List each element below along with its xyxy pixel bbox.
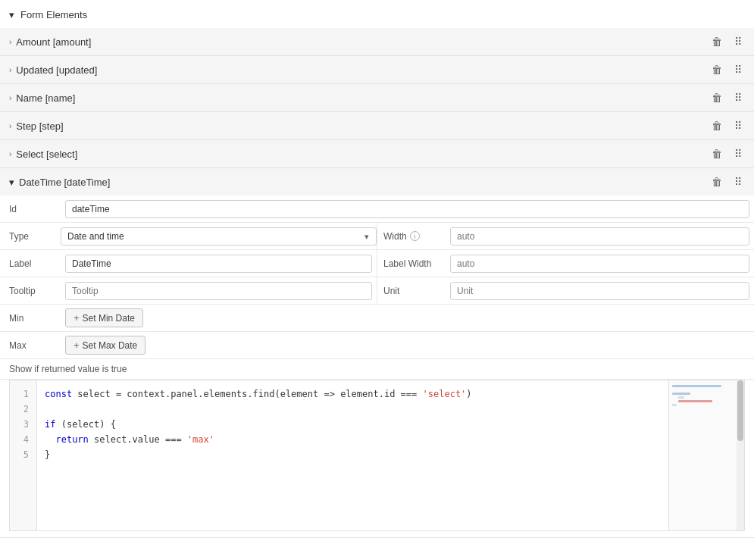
label-width-field — [446, 252, 754, 276]
drag-button[interactable]: ⠿ — [731, 118, 745, 133]
drag-button[interactable]: ⠿ — [731, 146, 745, 161]
collapsed-row-label: Step [step] — [16, 120, 63, 132]
label-label: Label — [0, 254, 61, 274]
set-min-date-button[interactable]: + Set Min Date — [65, 308, 143, 327]
id-field — [61, 197, 754, 221]
collapsed-row-actions: 🗑 ⠿ — [709, 118, 745, 133]
section-title: Form Elements — [20, 9, 87, 20]
delete-button[interactable]: 🗑 — [709, 90, 725, 105]
tooltip-field — [61, 279, 377, 303]
show-if-label: Show if returned value is true — [0, 359, 754, 380]
drag-button[interactable]: ⠿ — [731, 34, 745, 49]
collapsed-row-left: › Select [select] — [9, 149, 77, 160]
collapsed-row-updated[interactable]: › Updated [updated] 🗑 ⠿ — [0, 56, 754, 84]
collapsed-row-actions: 🗑 ⠿ — [709, 34, 745, 49]
label-width-label: Label Width — [377, 254, 446, 274]
code-line-2 — [45, 402, 737, 417]
code-line-5: } — [45, 447, 737, 462]
delete-button[interactable]: 🗑 — [709, 34, 725, 49]
collapsed-row-actions: 🗑 ⠿ — [709, 62, 745, 77]
collapsed-row-step[interactable]: › Step [step] 🗑 ⠿ — [0, 112, 754, 140]
expanded-chevron-icon: ▾ — [9, 177, 14, 188]
delete-datetime-button[interactable]: 🗑 — [709, 174, 725, 189]
drag-button[interactable]: ⠿ — [731, 90, 745, 105]
tooltip-unit-row: Tooltip Unit — [0, 277, 754, 305]
width-input[interactable] — [450, 227, 749, 246]
chevron-right-icon: › — [9, 94, 11, 102]
expanded-header-actions: 🗑 ⠿ — [709, 174, 745, 189]
delete-button[interactable]: 🗑 — [709, 118, 725, 133]
type-select-wrapper: Date and time Date Time — [61, 227, 377, 246]
code-line-3: if (select) { — [45, 417, 737, 432]
drag-datetime-button[interactable]: ⠿ — [731, 174, 745, 189]
collapsed-row-select[interactable]: › Select [select] 🗑 ⠿ — [0, 140, 754, 168]
set-min-label: Set Min Date — [83, 313, 135, 324]
min-field: + Set Min Date — [61, 305, 754, 330]
collapsed-row-left: › Step [step] — [9, 120, 64, 132]
code-minimap — [668, 380, 737, 530]
expanded-header-left: ▾ DateTime [dateTime] — [9, 177, 110, 188]
code-line-1: const select = context.panel.elements.fi… — [45, 386, 737, 402]
collapsed-row-actions: 🗑 ⠿ — [709, 146, 745, 161]
collapsed-row-label: Select [select] — [16, 149, 77, 160]
set-max-date-button[interactable]: + Set Max Date — [65, 336, 145, 355]
width-field — [446, 224, 754, 249]
label-col: Label — [0, 250, 377, 277]
type-col: Type Date and time Date Time — [0, 223, 377, 249]
unit-input[interactable] — [450, 282, 749, 300]
tooltip-col: Tooltip — [0, 277, 377, 304]
unit-col: Unit — [377, 277, 754, 304]
collapsed-row-label: Amount [amount] — [16, 36, 91, 48]
collapsed-row-label: Name [name] — [16, 92, 75, 104]
label-width-input[interactable] — [450, 255, 749, 273]
max-row: Max + Set Max Date — [0, 332, 754, 359]
chevron-right-icon: › — [9, 122, 11, 130]
type-select[interactable]: Date and time Date Time — [61, 227, 377, 246]
max-field: + Set Max Date — [61, 333, 754, 358]
collapsed-row-amount[interactable]: › Amount [amount] 🗑 ⠿ — [0, 28, 754, 56]
width-info-icon[interactable]: i — [410, 231, 420, 241]
chevron-right-icon: › — [9, 66, 11, 74]
label-labelwidth-row: Label Label Width — [0, 250, 754, 277]
collapsed-row-actions: 🗑 ⠿ — [709, 90, 745, 105]
min-row: Min + Set Min Date — [0, 305, 754, 332]
collapsed-row-left: › Updated [updated] — [9, 64, 97, 76]
code-line-4: return select.value === 'max' — [45, 432, 737, 447]
id-row: Id — [0, 196, 754, 223]
collapsed-row-label: Updated [updated] — [16, 64, 97, 76]
code-content: const select = context.panel.elements.fi… — [37, 380, 744, 530]
delete-button[interactable]: 🗑 — [709, 62, 725, 77]
label-field — [61, 252, 377, 276]
collapsed-row-left: › Name [name] — [9, 92, 75, 104]
max-label: Max — [0, 336, 61, 355]
delete-button[interactable]: 🗑 — [709, 146, 725, 161]
id-input[interactable] — [65, 200, 749, 218]
type-label: Type — [0, 227, 61, 246]
tooltip-label: Tooltip — [0, 281, 61, 301]
unit-field — [446, 279, 754, 303]
chevron-right-icon: › — [9, 38, 11, 46]
set-max-label: Set Max Date — [83, 340, 138, 351]
expanded-row-header[interactable]: ▾ DateTime [dateTime] 🗑 ⠿ — [0, 168, 754, 196]
unit-label: Unit — [377, 281, 446, 301]
type-width-row: Type Date and time Date Time Width i — [0, 223, 754, 250]
scrollbar-track[interactable] — [737, 380, 744, 530]
min-label: Min — [0, 308, 61, 328]
chevron-right-icon: › — [9, 150, 11, 158]
id-label: Id — [0, 199, 61, 219]
tooltip-input[interactable] — [65, 282, 372, 300]
expanded-content: Id Type Date and time Date Time — [0, 196, 754, 531]
label-width-col: Label Width — [377, 250, 754, 277]
scrollbar-thumb[interactable] — [737, 380, 743, 441]
collapsed-items-list: › Amount [amount] 🗑 ⠿ › Updated [updated… — [0, 28, 754, 168]
collapsed-row-name[interactable]: › Name [name] 🗑 ⠿ — [0, 84, 754, 112]
expanded-row-datetime: ▾ DateTime [dateTime] 🗑 ⠿ Id Type — [0, 168, 754, 538]
section-chevron-icon: ▾ — [9, 9, 14, 20]
width-col: Width i — [377, 223, 754, 249]
expanded-row-label: DateTime [dateTime] — [19, 177, 110, 188]
label-input[interactable] — [65, 255, 372, 273]
code-editor[interactable]: 1 2 3 4 5 const select = context.panel.e… — [9, 380, 745, 531]
drag-button[interactable]: ⠿ — [731, 62, 745, 77]
minimap-lines — [669, 380, 737, 412]
section-header[interactable]: ▾ Form Elements — [0, 6, 754, 28]
